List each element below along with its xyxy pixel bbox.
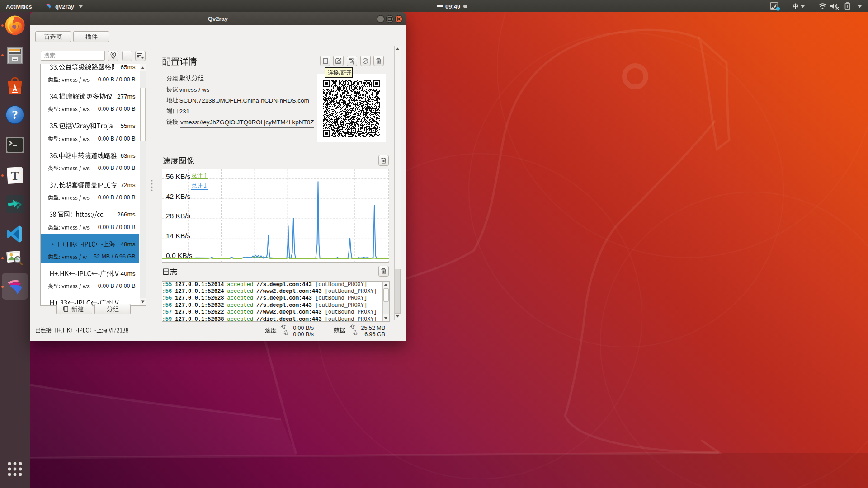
svg-text:?: ?	[12, 108, 18, 122]
svg-text:T: T	[11, 169, 19, 183]
